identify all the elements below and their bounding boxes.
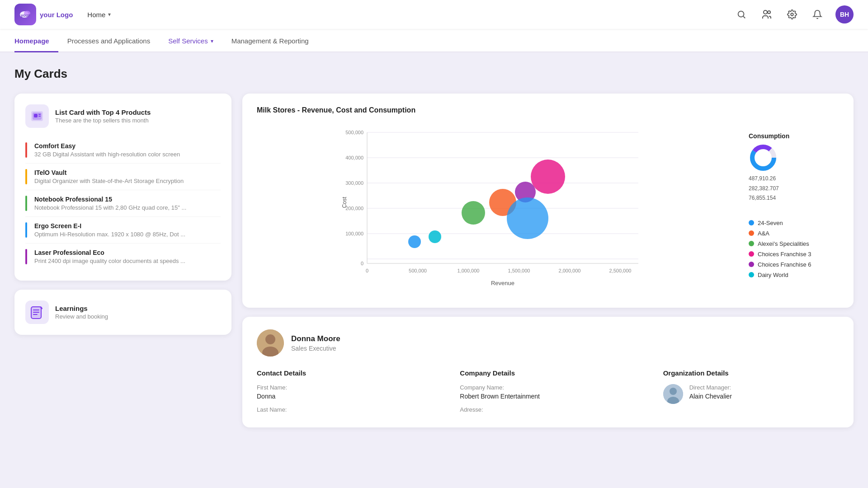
legend-item: A&A <box>749 230 839 237</box>
list-item: ITelO Vault Digital Organizer with State… <box>25 164 221 190</box>
list-card: List Card with Top 4 Products These are … <box>14 94 231 281</box>
legend-label: Choices Franchise 3 <box>758 251 811 258</box>
tab-homepage[interactable]: Homepage <box>14 37 58 52</box>
product-list: Comfort Easy 32 GB Digital Assistant wit… <box>25 137 221 270</box>
org-manager: Direct Manager: Alain Chevalier <box>663 384 839 406</box>
companyname-label: Company Name: <box>460 384 636 391</box>
product-bar <box>25 249 27 264</box>
list-card-text: List Card with Top 4 Products These are … <box>55 108 151 124</box>
svg-line-4 <box>743 16 745 18</box>
svg-text:0: 0 <box>366 268 368 273</box>
dropdown-icon: ▾ <box>211 38 213 44</box>
companyname-value: Robert Brown Entertainment <box>460 393 636 400</box>
svg-text:500,000: 500,000 <box>345 130 363 135</box>
product-name: Ergo Screen E-I <box>34 222 221 230</box>
product-bar <box>25 142 27 158</box>
svg-rect-15 <box>33 310 39 310</box>
header: your your Logo Home ▾ <box>0 0 868 29</box>
company-title: Company Details <box>460 369 636 377</box>
bell-icon[interactable] <box>810 7 825 22</box>
svg-text:400,000: 400,000 <box>345 155 363 160</box>
list-item: Ergo Screen E-I Optimum Hi-Resolution ma… <box>25 217 221 244</box>
chart-area: 500,000 400,000 300,000 200,000 100,000 … <box>257 123 740 295</box>
page-title: My Cards <box>14 67 854 81</box>
learnings-card: Learnings Review and booking <box>14 290 231 335</box>
list-item: Notebook Professional 15 Notebook Profes… <box>25 190 221 217</box>
logo[interactable]: your your Logo <box>14 4 73 25</box>
product-name: Notebook Professional 15 <box>34 196 221 203</box>
list-card-title: List Card with Top 4 Products <box>55 108 151 116</box>
product-desc: Print 2400 dpi image quality color docum… <box>34 258 221 264</box>
search-icon[interactable] <box>734 7 749 22</box>
product-info: Laser Professional Eco Print 2400 dpi im… <box>34 249 221 264</box>
legend-label: Alexei's Specialities <box>758 240 809 247</box>
manager-name: Alain Chevalier <box>689 393 732 400</box>
chevron-down-icon: ▾ <box>108 11 111 18</box>
svg-text:500,000: 500,000 <box>409 268 427 273</box>
svg-point-6 <box>768 11 770 14</box>
legend-item: 24-Seven <box>749 220 839 226</box>
learnings-title: Learnings <box>55 305 108 312</box>
manager-info: Direct Manager: Alain Chevalier <box>689 384 732 406</box>
legend-label: A&A <box>758 230 769 237</box>
chart-svg: 500,000 400,000 300,000 200,000 100,000 … <box>257 123 740 295</box>
consumption-title: Consumption <box>749 132 839 140</box>
list-item: Laser Professional Eco Print 2400 dpi im… <box>25 244 221 270</box>
learnings-subtitle: Review and booking <box>55 313 108 320</box>
svg-point-40 <box>408 235 421 248</box>
legend-items: 24-Seven A&A Alexei's Specialities Choic… <box>749 220 839 278</box>
product-info: Notebook Professional 15 Notebook Profes… <box>34 196 221 211</box>
svg-text:1,500,000: 1,500,000 <box>508 268 530 273</box>
tab-management[interactable]: Management & Reporting <box>222 37 318 52</box>
tab-self-services[interactable]: Self Services ▾ <box>159 37 222 52</box>
svg-text:Revenue: Revenue <box>491 280 514 286</box>
avatar[interactable]: BH <box>835 5 854 23</box>
lastname-label: Last Name: <box>257 406 433 413</box>
legend-dot <box>749 272 754 277</box>
profile-sections: Contact Details First Name: Donna Last N… <box>257 369 839 415</box>
svg-text:300,000: 300,000 <box>345 180 363 186</box>
org-title: Organization Details <box>663 369 839 377</box>
firstname-value: Donna <box>257 393 433 400</box>
home-nav[interactable]: Home ▾ <box>87 11 111 19</box>
product-desc: Digital Organizer with State-of-the-Art … <box>34 178 221 184</box>
org-section: Organization Details Direct Manager <box>663 369 839 415</box>
chart-legend: Consumption 487,910.26 282,382.707 <box>749 123 839 295</box>
product-info: Ergo Screen E-I Optimum Hi-Resolution ma… <box>34 222 221 238</box>
svg-rect-11 <box>38 114 41 115</box>
people-icon[interactable] <box>760 7 774 22</box>
tab-processes[interactable]: Processes and Applications <box>58 37 159 52</box>
legend-label: 24-Seven <box>758 220 783 226</box>
profile-header: Donna Moore Sales Executive <box>257 329 839 357</box>
manager-label: Direct Manager: <box>689 384 732 391</box>
svg-point-41 <box>429 230 441 243</box>
svg-rect-16 <box>33 312 39 313</box>
svg-text:100,000: 100,000 <box>345 231 363 236</box>
legend-item: Choices Franchise 6 <box>749 261 839 268</box>
product-name: Comfort Easy <box>34 142 221 150</box>
left-panel: List Card with Top 4 Products These are … <box>14 94 231 335</box>
main-content: My Cards List C <box>0 52 868 442</box>
svg-text:2,000,000: 2,000,000 <box>559 268 581 273</box>
legend-item: Dairy World <box>749 272 839 278</box>
svg-point-55 <box>670 388 677 395</box>
legend-dot <box>749 220 754 225</box>
firstname-label: First Name: <box>257 384 433 391</box>
legend-item: Alexei's Specialities <box>749 240 839 247</box>
settings-icon[interactable] <box>785 7 799 22</box>
contact-section: Contact Details First Name: Donna Last N… <box>257 369 433 415</box>
svg-text:1,000,000: 1,000,000 <box>458 268 480 273</box>
legend-consumption: Consumption 487,910.26 282,382.707 <box>749 132 839 203</box>
svg-rect-10 <box>34 114 38 117</box>
product-name: ITelO Vault <box>34 169 221 176</box>
list-card-icon <box>25 104 49 128</box>
svg-rect-12 <box>38 116 41 117</box>
svg-text:your: your <box>21 13 30 18</box>
svg-rect-17 <box>33 314 38 315</box>
svg-text:Cost: Cost <box>341 197 348 208</box>
profile-info: Donna Moore Sales Executive <box>291 334 340 352</box>
consumption-values: 487,910.26 282,382.707 76,855.154 <box>749 174 839 203</box>
learnings-header: Learnings Review and booking <box>25 300 221 324</box>
legend-dot <box>749 251 754 257</box>
chart-title: Milk Stores - Revenue, Cost and Consumpt… <box>257 106 839 114</box>
